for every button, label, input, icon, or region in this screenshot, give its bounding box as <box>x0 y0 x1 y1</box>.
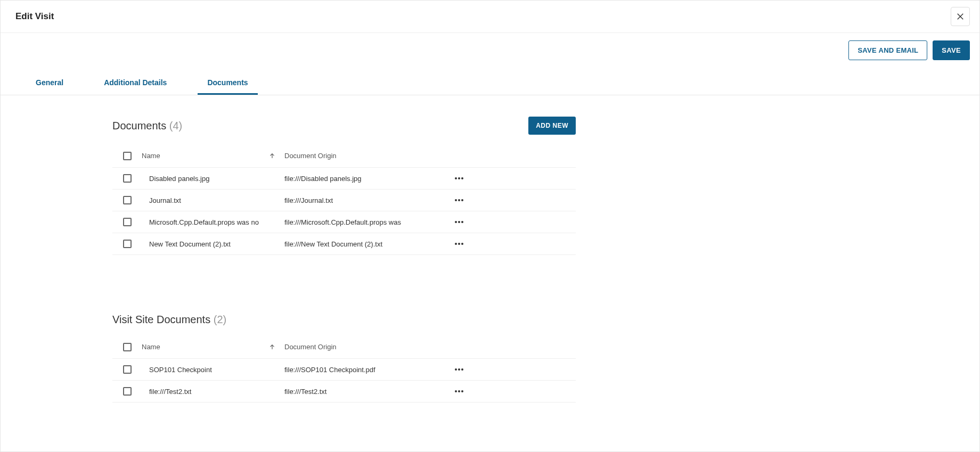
table-row: New Text Document (2).txt file:///New Te… <box>112 233 576 255</box>
table-row: SOP101 Checkpoint file:///SOP101 Checkpo… <box>112 359 576 381</box>
row-actions-menu[interactable] <box>452 196 467 204</box>
row-name: file:///Test2.txt <box>142 388 264 396</box>
visit-site-section-title: Visit Site Documents (2) <box>112 314 226 326</box>
table-row: file:///Test2.txt file:///Test2.txt <box>112 381 576 402</box>
column-header-name[interactable]: Name <box>142 152 264 160</box>
documents-title-text: Documents <box>112 120 166 132</box>
modal-title: Edit Visit <box>15 11 54 22</box>
sort-name-asc[interactable] <box>264 152 280 160</box>
row-actions-menu[interactable] <box>452 387 467 396</box>
column-header-name[interactable]: Name <box>142 343 264 351</box>
row-checkbox[interactable] <box>123 387 132 396</box>
add-new-button[interactable]: ADD NEW <box>528 117 576 135</box>
row-actions-menu[interactable] <box>452 174 467 183</box>
tabs: General Additional Details Documents <box>1 71 979 95</box>
select-all-checkbox[interactable] <box>123 152 132 160</box>
close-icon <box>956 12 965 21</box>
column-header-origin[interactable]: Document Origin <box>280 152 419 160</box>
row-origin: file:///Journal.txt <box>280 196 419 204</box>
table-row: Journal.txt file:///Journal.txt <box>112 190 576 211</box>
documents-count: (4) <box>169 120 182 132</box>
row-origin: file:///Disabled panels.jpg <box>280 175 419 183</box>
row-name: New Text Document (2).txt <box>142 240 264 248</box>
row-origin: file:///New Text Document (2).txt <box>280 240 419 248</box>
tab-additional-details[interactable]: Additional Details <box>94 71 176 95</box>
edit-visit-modal: Edit Visit SAVE AND EMAIL SAVE General A… <box>0 0 980 452</box>
arrow-up-icon <box>268 152 276 160</box>
documents-section: Documents (4) ADD NEW Name Document Orig… <box>112 117 586 255</box>
row-name: Journal.txt <box>142 196 264 204</box>
documents-table-header: Name Document Origin <box>112 144 576 168</box>
visit-site-documents-section: Visit Site Documents (2) Name Document O… <box>112 314 586 402</box>
row-actions-menu[interactable] <box>452 218 467 226</box>
row-actions-menu[interactable] <box>452 240 467 248</box>
tab-documents[interactable]: Documents <box>198 71 257 95</box>
close-button[interactable] <box>951 7 970 26</box>
row-origin: file:///Test2.txt <box>280 388 419 396</box>
row-checkbox[interactable] <box>123 365 132 374</box>
row-checkbox[interactable] <box>123 196 132 204</box>
row-origin: file:///SOP101 Checkpoint.pdf <box>280 366 419 374</box>
row-origin: file:///Microsoft.Cpp.Default.props was <box>280 218 419 226</box>
tab-general[interactable]: General <box>26 71 73 95</box>
row-checkbox[interactable] <box>123 240 132 248</box>
documents-table: Name Document Origin Disabled panels.jpg… <box>112 144 576 255</box>
documents-section-header: Documents (4) ADD NEW <box>112 117 576 135</box>
row-checkbox[interactable] <box>123 174 132 183</box>
sort-name-asc[interactable] <box>264 343 280 351</box>
row-name: Microsoft.Cpp.Default.props was no <box>142 218 264 226</box>
select-all-checkbox[interactable] <box>123 343 132 351</box>
row-actions-menu[interactable] <box>452 365 467 374</box>
row-checkbox[interactable] <box>123 218 132 226</box>
save-button[interactable]: SAVE <box>933 40 970 60</box>
row-name: SOP101 Checkpoint <box>142 366 264 374</box>
modal-header: Edit Visit <box>1 1 979 33</box>
content-area: Documents (4) ADD NEW Name Document Orig… <box>1 95 586 452</box>
arrow-up-icon <box>268 343 276 351</box>
documents-section-title: Documents (4) <box>112 120 182 132</box>
action-bar: SAVE AND EMAIL SAVE <box>1 33 979 60</box>
table-row: Microsoft.Cpp.Default.props was no file:… <box>112 211 576 233</box>
visit-site-table: Name Document Origin SOP101 Checkpoint f… <box>112 335 576 402</box>
save-and-email-button[interactable]: SAVE AND EMAIL <box>848 40 927 60</box>
visit-site-count: (2) <box>214 314 226 325</box>
row-name: Disabled panels.jpg <box>142 175 264 183</box>
table-row: Disabled panels.jpg file:///Disabled pan… <box>112 168 576 190</box>
visit-site-title-text: Visit Site Documents <box>112 314 210 325</box>
visit-site-section-header: Visit Site Documents (2) <box>112 314 576 326</box>
visit-site-table-header: Name Document Origin <box>112 335 576 359</box>
column-header-origin[interactable]: Document Origin <box>280 343 419 351</box>
